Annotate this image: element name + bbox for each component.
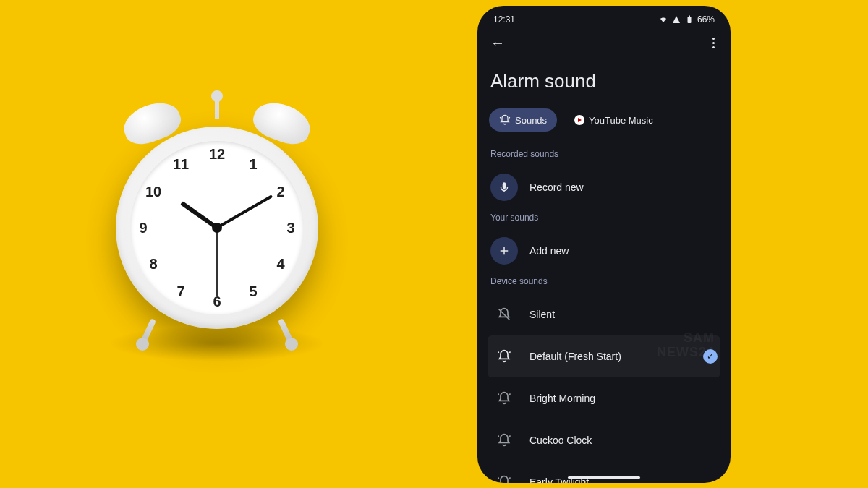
sound-label: Bright Morning bbox=[529, 393, 718, 404]
tab-label: YouTube Music bbox=[589, 115, 653, 126]
clock-number: 8 bbox=[142, 256, 164, 273]
signal-icon bbox=[671, 15, 681, 24]
sound-label: Cuckoo Clock bbox=[529, 435, 718, 446]
navigation-handle[interactable] bbox=[568, 476, 640, 479]
sound-item-bright-morning[interactable]: Bright Morning bbox=[488, 377, 720, 419]
alarm-bell-icon bbox=[490, 343, 518, 370]
record-new-item[interactable]: Record new bbox=[488, 166, 720, 208]
clock-number: 10 bbox=[142, 184, 164, 200]
sound-item-cuckoo-clock[interactable]: Cuckoo Clock bbox=[488, 419, 720, 461]
tab-label: Sounds bbox=[515, 115, 547, 126]
status-bar: 12:31 66% bbox=[488, 12, 720, 26]
status-battery: 66% bbox=[697, 14, 715, 25]
clock-number: 9 bbox=[132, 220, 154, 236]
sound-label: Add new bbox=[529, 245, 718, 257]
alarm-bell-icon bbox=[490, 385, 518, 412]
page-title: Alarm sound bbox=[488, 57, 720, 108]
clock-number: 11 bbox=[170, 156, 192, 173]
sound-label: Record new bbox=[529, 181, 718, 193]
clock-number: 4 bbox=[270, 256, 292, 273]
battery-icon bbox=[684, 15, 694, 24]
bell-off-icon bbox=[490, 301, 518, 328]
bell-icon bbox=[499, 114, 511, 126]
plus-icon bbox=[490, 237, 518, 265]
section-header-recorded: Recorded sounds bbox=[488, 145, 720, 166]
section-header-device: Device sounds bbox=[488, 272, 720, 294]
clock-number: 2 bbox=[270, 184, 292, 200]
sound-item-silent[interactable]: Silent bbox=[488, 294, 720, 335]
clock-number: 1 bbox=[242, 156, 264, 173]
back-button[interactable]: ← bbox=[490, 35, 505, 51]
clock-number: 5 bbox=[242, 283, 264, 300]
clock-number: 3 bbox=[280, 220, 302, 236]
status-time: 12:31 bbox=[493, 14, 515, 25]
clock-number: 7 bbox=[170, 283, 192, 300]
svg-rect-2 bbox=[503, 182, 506, 189]
microphone-icon bbox=[490, 174, 518, 201]
alarm-clock-image: 12 1 2 3 4 5 6 7 8 9 10 11 bbox=[116, 127, 318, 329]
more-options-button[interactable] bbox=[710, 35, 718, 51]
add-new-item[interactable]: Add new bbox=[488, 230, 720, 272]
svg-rect-0 bbox=[687, 17, 691, 23]
youtube-music-icon bbox=[574, 115, 584, 125]
section-header-your: Your sounds bbox=[488, 208, 720, 230]
alarm-bell-icon bbox=[490, 427, 518, 454]
wifi-icon bbox=[658, 15, 668, 24]
clock-number: 12 bbox=[206, 146, 228, 163]
tab-youtube-music[interactable]: YouTube Music bbox=[564, 108, 663, 132]
sound-label: Silent bbox=[529, 309, 718, 320]
watermark: SAMNEWS24 bbox=[657, 331, 715, 360]
alarm-bell-icon bbox=[490, 468, 518, 483]
tab-sounds[interactable]: Sounds bbox=[489, 108, 557, 132]
svg-rect-1 bbox=[689, 16, 690, 17]
phone-frame: 12:31 66% ← Alarm sound Sounds YouTube M… bbox=[477, 6, 731, 483]
sound-item-early-twilight[interactable]: Early Twilight bbox=[488, 461, 720, 483]
